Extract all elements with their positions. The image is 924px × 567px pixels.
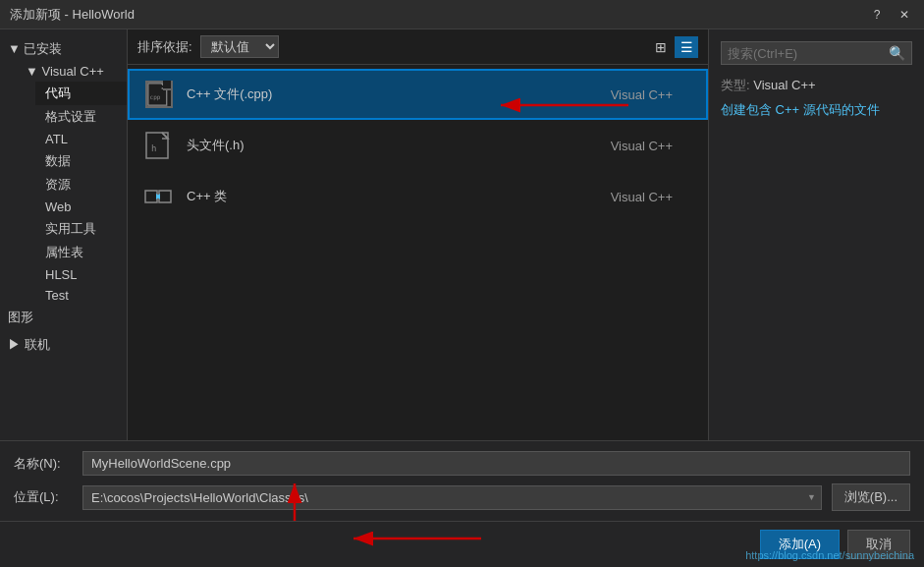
search-input[interactable] [728,46,883,61]
class-icon-svg [144,183,174,210]
visual-cpp-section: ▼ Visual C++ 代码 格式设置 ATL 数据 资源 Web 实用工具 … [0,61,127,306]
info-type: 类型: Visual C++ [721,77,912,94]
search-box: 🔍 [721,41,912,65]
sort-label: 排序依据: [137,38,192,56]
browse-button[interactable]: 浏览(B)... [832,483,910,511]
location-row: 位置(L): E:\cocos\Projects\HelloWorld\Clas… [14,483,910,511]
help-button[interactable]: ? [867,5,887,25]
svg-text:h: h [151,143,156,153]
cpp-file-name: C++ 文件(.cpp) [187,85,599,103]
view-icons: ⊞ ☰ [649,36,698,58]
sidebar-item-hlsl[interactable]: HLSL [35,264,127,285]
close-button[interactable]: ✕ [895,5,914,25]
cpp-icon-svg: cpp [147,81,171,108]
list-view-button[interactable]: ☰ [675,36,698,58]
class-file-name: C++ 类 [187,188,599,205]
visual-cpp-children: 代码 格式设置 ATL 数据 资源 Web 实用工具 属性表 HLSL Test [18,82,127,306]
svg-rect-6 [145,191,157,202]
svg-rect-7 [159,191,171,202]
sidebar-item-web[interactable]: Web [35,197,127,217]
class-file-category: Visual C++ [611,190,673,204]
location-wrapper: E:\cocos\Projects\HelloWorld\Classes\ [82,485,822,510]
file-item-list: cpp C++ 文件(.cpp) Visual C++ h [128,65,708,440]
cpp-file-icon: cpp [143,79,175,110]
sidebar-item-format[interactable]: 格式设置 [35,105,127,129]
file-item-class[interactable]: C++ 类 Visual C++ [128,171,708,222]
h-icon-svg: h [145,132,173,159]
file-item-h[interactable]: h 头文件(.h) Visual C++ [128,120,708,171]
sidebar-item-test[interactable]: Test [35,285,127,306]
dialog-body: ▼ 已安装 ▼ Visual C++ 代码 格式设置 ATL 数据 资源 Web… [0,29,924,567]
name-input[interactable] [82,451,910,476]
svg-line-1 [162,84,167,88]
dialog-title: 添加新项 - HelloWorld [10,6,135,24]
installed-section[interactable]: ▼ 已安装 [0,37,127,61]
sidebar-item-propsheet[interactable]: 属性表 [35,241,127,264]
location-select[interactable]: E:\cocos\Projects\HelloWorld\Classes\ [82,485,822,510]
sidebar: ▼ 已安装 ▼ Visual C++ 代码 格式设置 ATL 数据 资源 Web… [0,29,128,440]
content-area: 排序依据: 默认值 名称 类型 ⊞ ☰ [128,29,708,440]
type-value: Visual C++ [753,78,815,92]
visual-cpp-parent[interactable]: ▼ Visual C++ [18,61,127,82]
title-bar-controls: ? ✕ [867,5,914,25]
content-toolbar: 排序依据: 默认值 名称 类型 ⊞ ☰ [128,29,708,65]
info-description: 创建包含 C++ 源代码的文件 [721,100,912,120]
sidebar-item-graphics[interactable]: 图形 [0,306,127,329]
search-icon: 🔍 [889,45,905,61]
visual-cpp-label: ▼ Visual C++ [26,64,104,79]
sidebar-item-resource[interactable]: 资源 [35,173,127,197]
sidebar-item-link[interactable]: ▶ 联机 [0,333,127,357]
info-panel: 🔍 类型: Visual C++ 创建包含 C++ 源代码的文件 [708,29,924,440]
sort-select[interactable]: 默认值 名称 类型 [200,35,279,58]
file-item-cpp[interactable]: cpp C++ 文件(.cpp) Visual C++ [128,69,708,120]
link-label: ▶ 联机 [8,336,50,354]
sidebar-item-code[interactable]: 代码 [35,82,127,105]
h-file-name: 头文件(.h) [187,137,599,154]
top-area: ▼ 已安装 ▼ Visual C++ 代码 格式设置 ATL 数据 资源 Web… [0,29,924,440]
svg-text:cpp: cpp [150,93,161,101]
sidebar-item-utils[interactable]: 实用工具 [35,217,127,241]
installed-label: ▼ 已安装 [8,40,62,58]
grid-view-button[interactable]: ⊞ [649,36,673,58]
cpp-file-category: Visual C++ [611,87,673,102]
sidebar-item-data[interactable]: 数据 [35,149,127,173]
title-bar: 添加新项 - HelloWorld ? ✕ [0,0,924,29]
bottom-area: 名称(N): 位置(L): E:\cocos\Projects\HelloWor… [0,440,924,521]
watermark: https://blog.csdn.net/sunnybeichina [745,549,914,561]
h-file-icon: h [143,130,175,161]
name-row: 名称(N): [14,451,910,476]
name-label: 名称(N): [14,455,73,473]
sidebar-item-atl[interactable]: ATL [35,129,127,149]
class-file-icon [143,181,175,212]
location-label: 位置(L): [14,488,73,506]
type-label: 类型: [721,78,750,92]
h-file-category: Visual C++ [611,139,673,153]
